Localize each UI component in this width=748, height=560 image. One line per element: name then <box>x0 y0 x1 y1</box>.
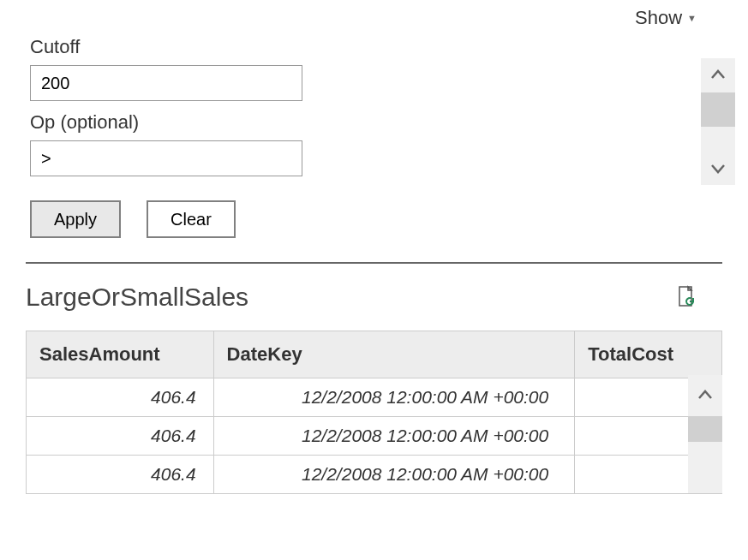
chevron-down-icon: ▼ <box>687 13 697 23</box>
col-header-salesamount[interactable]: SalesAmount <box>27 331 214 378</box>
scroll-thumb[interactable] <box>701 92 735 127</box>
results-table: SalesAmount DateKey TotalCost 406.4 12/2… <box>26 331 722 494</box>
cell-datekey: 12/2/2008 12:00:00 AM +00:00 <box>213 417 575 456</box>
cell-salesamount: 406.4 <box>27 456 214 494</box>
col-header-totalcost[interactable]: TotalCost <box>575 331 722 378</box>
op-input[interactable] <box>30 140 302 176</box>
cell-datekey: 12/2/2008 12:00:00 AM +00:00 <box>213 456 575 494</box>
scroll-track[interactable] <box>688 442 722 493</box>
scroll-track[interactable] <box>701 127 735 151</box>
section-title: LargeOrSmallSales <box>26 283 248 312</box>
show-label: Show <box>635 7 682 29</box>
clear-button[interactable]: Clear <box>147 200 236 238</box>
table-row: 406.4 12/2/2008 12:00:00 AM +00:00 2 <box>27 417 722 456</box>
cell-salesamount: 406.4 <box>27 417 214 456</box>
col-header-datekey[interactable]: DateKey <box>213 331 575 378</box>
refresh-icon[interactable] <box>676 285 697 309</box>
scroll-up-icon[interactable] <box>688 375 722 416</box>
scroll-thumb[interactable] <box>688 416 722 442</box>
cutoff-input[interactable] <box>30 65 302 101</box>
cutoff-label: Cutoff <box>30 36 718 58</box>
table-row: 406.4 12/2/2008 12:00:00 AM +00:00 2 <box>27 456 722 494</box>
cell-datekey: 12/2/2008 12:00:00 AM +00:00 <box>213 378 575 417</box>
table-header-row: SalesAmount DateKey TotalCost <box>27 331 722 378</box>
scroll-down-icon[interactable] <box>701 151 735 185</box>
table-scrollbar[interactable] <box>688 375 722 493</box>
form-scrollbar[interactable] <box>701 58 735 185</box>
table-row: 406.4 12/2/2008 12:00:00 AM +00:00 2 <box>27 378 722 417</box>
apply-button[interactable]: Apply <box>30 200 121 238</box>
scroll-up-icon[interactable] <box>701 58 735 92</box>
section-divider <box>26 262 722 264</box>
show-dropdown[interactable]: Show ▼ <box>635 7 697 29</box>
op-label: Op (optional) <box>30 111 718 134</box>
cell-salesamount: 406.4 <box>27 378 214 417</box>
